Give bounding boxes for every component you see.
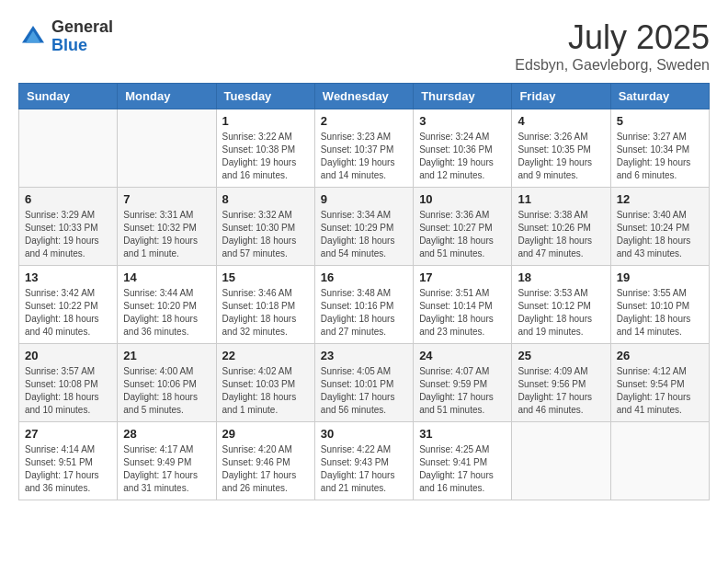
day-number: 4 (518, 114, 604, 128)
day-detail: Sunrise: 3:36 AMSunset: 10:27 PMDaylight… (419, 209, 506, 260)
day-number: 2 (321, 114, 407, 128)
day-detail: Sunrise: 4:12 AMSunset: 9:54 PMDaylight:… (617, 365, 703, 417)
day-number: 11 (518, 192, 604, 206)
day-number: 22 (222, 349, 309, 362)
day-number: 21 (123, 349, 210, 362)
day-number: 24 (419, 349, 506, 362)
calendar-week-row: 20Sunrise: 3:57 AMSunset: 10:08 PMDaylig… (19, 344, 710, 422)
calendar-day-cell (610, 422, 709, 500)
day-detail: Sunrise: 4:07 AMSunset: 9:59 PMDaylight:… (419, 365, 506, 417)
title-block: July 2025 Edsbyn, Gaevleborg, Sweden (515, 18, 710, 74)
day-detail: Sunrise: 3:32 AMSunset: 10:30 PMDaylight… (222, 209, 309, 260)
day-number: 17 (419, 270, 506, 284)
day-detail: Sunrise: 4:20 AMSunset: 9:46 PMDaylight:… (222, 443, 309, 495)
day-detail: Sunrise: 3:34 AMSunset: 10:29 PMDaylight… (321, 209, 407, 260)
day-number: 16 (321, 270, 407, 284)
calendar-day-cell: 20Sunrise: 3:57 AMSunset: 10:08 PMDaylig… (19, 344, 118, 422)
day-detail: Sunrise: 4:00 AMSunset: 10:06 PMDaylight… (123, 365, 210, 417)
page-header: General Blue July 2025 Edsbyn, Gaevlebor… (18, 18, 710, 74)
calendar-day-cell: 24Sunrise: 4:07 AMSunset: 9:59 PMDayligh… (414, 344, 512, 422)
month-title: July 2025 (515, 18, 710, 57)
calendar-header-tuesday: Tuesday (216, 84, 314, 109)
calendar-week-row: 27Sunrise: 4:14 AMSunset: 9:51 PMDayligh… (19, 422, 710, 500)
calendar-day-cell: 31Sunrise: 4:25 AMSunset: 9:41 PMDayligh… (414, 422, 512, 500)
day-detail: Sunrise: 3:48 AMSunset: 10:16 PMDaylight… (321, 287, 407, 339)
day-detail: Sunrise: 3:51 AMSunset: 10:14 PMDaylight… (419, 287, 506, 339)
calendar-header-row: SundayMondayTuesdayWednesdayThursdayFrid… (19, 84, 710, 109)
calendar-day-cell: 9Sunrise: 3:34 AMSunset: 10:29 PMDayligh… (314, 188, 413, 266)
calendar-day-cell: 14Sunrise: 3:44 AMSunset: 10:20 PMDaylig… (118, 266, 216, 344)
day-detail: Sunrise: 3:24 AMSunset: 10:36 PMDaylight… (419, 131, 506, 182)
day-detail: Sunrise: 4:02 AMSunset: 10:03 PMDaylight… (222, 365, 309, 417)
day-detail: Sunrise: 3:38 AMSunset: 10:26 PMDaylight… (518, 209, 604, 260)
day-number: 30 (321, 427, 407, 441)
calendar-day-cell: 2Sunrise: 3:23 AMSunset: 10:37 PMDayligh… (314, 109, 413, 188)
day-number: 5 (617, 114, 703, 128)
day-number: 7 (123, 192, 210, 206)
logo-icon (18, 22, 48, 52)
day-number: 9 (321, 192, 407, 206)
calendar-day-cell: 22Sunrise: 4:02 AMSunset: 10:03 PMDaylig… (216, 344, 314, 422)
calendar-header-wednesday: Wednesday (314, 84, 413, 109)
calendar-header-saturday: Saturday (610, 84, 709, 109)
day-detail: Sunrise: 3:27 AMSunset: 10:34 PMDaylight… (617, 131, 703, 182)
calendar-day-cell: 23Sunrise: 4:05 AMSunset: 10:01 PMDaylig… (314, 344, 413, 422)
day-detail: Sunrise: 3:23 AMSunset: 10:37 PMDaylight… (321, 131, 407, 182)
calendar-day-cell: 28Sunrise: 4:17 AMSunset: 9:49 PMDayligh… (118, 422, 216, 500)
day-detail: Sunrise: 3:44 AMSunset: 10:20 PMDaylight… (123, 287, 210, 339)
day-number: 12 (617, 192, 703, 206)
calendar-day-cell: 30Sunrise: 4:22 AMSunset: 9:43 PMDayligh… (314, 422, 413, 500)
day-number: 29 (222, 427, 309, 441)
calendar-day-cell: 3Sunrise: 3:24 AMSunset: 10:36 PMDayligh… (414, 109, 512, 188)
day-number: 27 (25, 427, 111, 441)
calendar-day-cell: 13Sunrise: 3:42 AMSunset: 10:22 PMDaylig… (19, 266, 118, 344)
day-number: 13 (25, 270, 111, 284)
day-number: 19 (617, 270, 703, 284)
calendar-header-sunday: Sunday (19, 84, 118, 109)
day-detail: Sunrise: 3:46 AMSunset: 10:18 PMDaylight… (222, 287, 309, 339)
day-detail: Sunrise: 3:53 AMSunset: 10:12 PMDaylight… (518, 287, 604, 339)
calendar-day-cell: 25Sunrise: 4:09 AMSunset: 9:56 PMDayligh… (512, 344, 610, 422)
day-number: 18 (518, 270, 604, 284)
calendar-header-friday: Friday (512, 84, 610, 109)
day-detail: Sunrise: 3:26 AMSunset: 10:35 PMDaylight… (518, 131, 604, 182)
day-number: 6 (25, 192, 111, 206)
calendar-day-cell: 29Sunrise: 4:20 AMSunset: 9:46 PMDayligh… (216, 422, 314, 500)
day-number: 25 (518, 349, 604, 362)
day-number: 23 (321, 349, 407, 362)
calendar-day-cell: 11Sunrise: 3:38 AMSunset: 10:26 PMDaylig… (512, 188, 610, 266)
day-detail: Sunrise: 4:05 AMSunset: 10:01 PMDaylight… (321, 365, 407, 417)
day-detail: Sunrise: 4:09 AMSunset: 9:56 PMDaylight:… (518, 365, 604, 417)
day-number: 14 (123, 270, 210, 284)
calendar-day-cell: 27Sunrise: 4:14 AMSunset: 9:51 PMDayligh… (19, 422, 118, 500)
calendar-day-cell: 26Sunrise: 4:12 AMSunset: 9:54 PMDayligh… (610, 344, 709, 422)
calendar-day-cell: 4Sunrise: 3:26 AMSunset: 10:35 PMDayligh… (512, 109, 610, 188)
calendar-day-cell: 1Sunrise: 3:22 AMSunset: 10:38 PMDayligh… (216, 109, 314, 188)
calendar-day-cell: 10Sunrise: 3:36 AMSunset: 10:27 PMDaylig… (414, 188, 512, 266)
calendar-table: SundayMondayTuesdayWednesdayThursdayFrid… (18, 83, 710, 500)
day-number: 28 (123, 427, 210, 441)
day-detail: Sunrise: 4:22 AMSunset: 9:43 PMDaylight:… (321, 443, 407, 495)
logo: General Blue (18, 18, 113, 55)
day-detail: Sunrise: 4:17 AMSunset: 9:49 PMDaylight:… (123, 443, 210, 495)
day-number: 10 (419, 192, 506, 206)
day-detail: Sunrise: 3:42 AMSunset: 10:22 PMDaylight… (25, 287, 111, 339)
calendar-day-cell: 17Sunrise: 3:51 AMSunset: 10:14 PMDaylig… (414, 266, 512, 344)
calendar-day-cell: 8Sunrise: 3:32 AMSunset: 10:30 PMDayligh… (216, 188, 314, 266)
location-title: Edsbyn, Gaevleborg, Sweden (515, 57, 710, 74)
calendar-week-row: 13Sunrise: 3:42 AMSunset: 10:22 PMDaylig… (19, 266, 710, 344)
day-detail: Sunrise: 3:22 AMSunset: 10:38 PMDaylight… (222, 131, 309, 182)
day-detail: Sunrise: 3:57 AMSunset: 10:08 PMDaylight… (25, 365, 111, 417)
calendar-day-cell: 7Sunrise: 3:31 AMSunset: 10:32 PMDayligh… (118, 188, 216, 266)
calendar-header-monday: Monday (118, 84, 216, 109)
day-number: 26 (617, 349, 703, 362)
calendar-day-cell: 16Sunrise: 3:48 AMSunset: 10:16 PMDaylig… (314, 266, 413, 344)
calendar-day-cell: 12Sunrise: 3:40 AMSunset: 10:24 PMDaylig… (610, 188, 709, 266)
day-number: 20 (25, 349, 111, 362)
day-number: 3 (419, 114, 506, 128)
calendar-day-cell: 5Sunrise: 3:27 AMSunset: 10:34 PMDayligh… (610, 109, 709, 188)
calendar-week-row: 6Sunrise: 3:29 AMSunset: 10:33 PMDayligh… (19, 188, 710, 266)
calendar-day-cell: 18Sunrise: 3:53 AMSunset: 10:12 PMDaylig… (512, 266, 610, 344)
day-number: 15 (222, 270, 309, 284)
calendar-day-cell (118, 109, 216, 188)
